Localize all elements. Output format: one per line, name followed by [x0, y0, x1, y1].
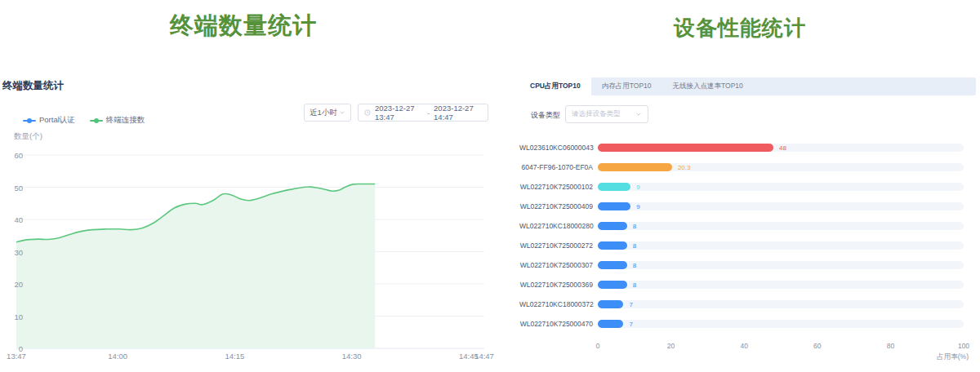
bar-x-tick-label: 20 — [667, 342, 675, 350]
bar-x-tick-label: 80 — [887, 342, 894, 350]
bar[interactable] — [598, 202, 630, 210]
y-axis-title: 数量(个) — [14, 131, 42, 142]
bar-value-label: 7 — [629, 320, 632, 329]
bar-row: WL022710K7250003078 — [519, 261, 976, 270]
x-tick-label: 14:15 — [225, 352, 245, 361]
bar-row: WL022710K7250001029 — [519, 183, 976, 192]
bar-value-label: 8 — [633, 222, 636, 231]
bar[interactable] — [598, 261, 627, 269]
bar-value-label: 9 — [636, 183, 639, 192]
bar-value-label: 8 — [633, 261, 636, 270]
device-type-placeholder: 请选择设备类型 — [572, 109, 621, 119]
bar-row: WL022710K7250004099 — [519, 202, 976, 211]
bar-value-label: 20.3 — [678, 163, 691, 172]
bar-x-tick-label: 40 — [740, 342, 747, 350]
bar[interactable] — [598, 163, 672, 171]
bar[interactable] — [598, 144, 773, 152]
bar-x-tick-label: 100 — [958, 342, 969, 350]
device-performance-panel: CPU占用TOP10内存占用TOP10无线接入点速率TOP10 设备类型 请选择… — [519, 75, 976, 369]
x-tick-label: 13:47 — [7, 352, 26, 361]
bar-track — [598, 300, 964, 308]
terminal-panel-title: 终端数量统计 — [2, 79, 64, 93]
bar[interactable] — [598, 183, 630, 191]
date-range-start: 2023-12-27 13:47 — [375, 104, 423, 122]
tab-0[interactable]: CPU占用TOP10 — [519, 78, 591, 95]
legend-line-dot-icon — [90, 117, 103, 124]
legend-label: 终端连接数 — [106, 115, 145, 126]
date-range-separator: - — [427, 108, 430, 117]
bar-track — [598, 222, 964, 230]
time-range-select[interactable]: 近1小时 — [304, 104, 351, 122]
line-chart-canvas — [0, 147, 490, 351]
line-chart-legend: Portal认证终端连接数 — [23, 115, 145, 126]
bar-row: WL022710K7250003698 — [519, 281, 976, 290]
bar-value-label: 9 — [636, 202, 639, 211]
bar[interactable] — [598, 222, 627, 230]
y-tick-label: 10 — [2, 312, 23, 321]
bar-value-label: 48 — [779, 144, 786, 153]
bar[interactable] — [598, 300, 623, 308]
y-tick-label: 30 — [2, 248, 23, 257]
legend-label: Portal认证 — [39, 115, 75, 126]
clock-icon — [364, 109, 371, 116]
date-range-end: 2023-12-27 14:47 — [434, 104, 482, 122]
device-type-select[interactable]: 请选择设备类型 — [565, 105, 648, 123]
cpu-top10-bar-chart[interactable]: WL023610KC06000043486047-FF96-1070-EF0A2… — [519, 134, 976, 369]
legend-item-1[interactable]: 终端连接数 — [90, 115, 145, 126]
bar-x-axis-title: 占用率(%) — [911, 352, 969, 362]
tab-2[interactable]: 无线接入点速率TOP10 — [662, 78, 754, 95]
legend-item-0[interactable]: Portal认证 — [23, 115, 75, 126]
tab-1[interactable]: 内存占用TOP10 — [591, 78, 662, 95]
device-id-label: WL022710KC18000372 — [519, 300, 593, 309]
bar-row: WL022710K7250002728 — [519, 241, 976, 250]
bar-row: WL022710KC180002808 — [519, 222, 976, 231]
legend-line-dot-icon — [23, 117, 36, 124]
bar[interactable] — [598, 241, 627, 250]
device-type-label: 设备类型 — [531, 110, 560, 121]
bar-track — [598, 202, 964, 210]
x-tick-label: 14:30 — [342, 352, 362, 361]
x-tick-label: 14:47 — [474, 352, 494, 361]
bar-track — [598, 320, 964, 328]
chevron-down-icon — [635, 111, 642, 117]
terminal-line-chart[interactable] — [0, 147, 490, 351]
bar-x-tick-label: 0 — [596, 342, 600, 350]
device-id-label: WL022710K725000102 — [519, 183, 593, 192]
right-section-header: 设备性能统计 — [506, 14, 973, 42]
time-range-value: 近1小时 — [310, 108, 337, 118]
performance-tabbar: CPU占用TOP10内存占用TOP10无线接入点速率TOP10 — [519, 78, 976, 95]
device-id-label: WL022710K725000470 — [519, 320, 593, 329]
bar-value-label: 7 — [629, 300, 632, 309]
bar-x-tick-label: 60 — [813, 342, 821, 350]
dashboard: 终端数量统计 设备性能统计 终端数量统计 近1小时 2023-12-27 13:… — [0, 0, 980, 372]
bar[interactable] — [598, 281, 627, 289]
bar-row: WL022710KC180003727 — [519, 300, 976, 309]
device-id-label: 6047-FF96-1070-EF0A — [519, 163, 593, 172]
device-id-label: WL022710K725000307 — [519, 261, 593, 270]
bar-value-label: 8 — [633, 281, 636, 290]
bar-track — [598, 241, 964, 250]
y-tick-label: 40 — [2, 215, 23, 224]
left-section-header: 终端数量统计 — [0, 10, 487, 42]
device-id-label: WL022710K725000409 — [519, 202, 593, 211]
device-id-label: WL022710KC18000280 — [519, 222, 593, 231]
chevron-down-icon — [339, 109, 345, 116]
bar-value-label: 8 — [633, 241, 636, 250]
bar-track — [598, 183, 964, 191]
bar-row: 6047-FF96-1070-EF0A20.3 — [519, 163, 976, 172]
area-fill — [16, 184, 375, 349]
y-tick-label: 50 — [2, 184, 23, 193]
y-tick-label: 20 — [2, 280, 23, 289]
bar-track — [598, 281, 964, 289]
device-id-label: WL022710K725000369 — [519, 281, 593, 290]
x-tick-label: 14:00 — [108, 352, 127, 361]
bar-track — [598, 261, 964, 269]
bar[interactable] — [598, 320, 623, 328]
bar-row: WL022710K7250004707 — [519, 320, 976, 329]
device-id-label: WL022710K725000272 — [519, 241, 593, 250]
date-range-picker[interactable]: 2023-12-27 13:47 - 2023-12-27 14:47 — [358, 104, 488, 122]
y-tick-label: 60 — [2, 151, 23, 160]
bar-row: WL023610KC0600004348 — [519, 144, 976, 153]
device-id-label: WL023610KC06000043 — [519, 144, 593, 153]
